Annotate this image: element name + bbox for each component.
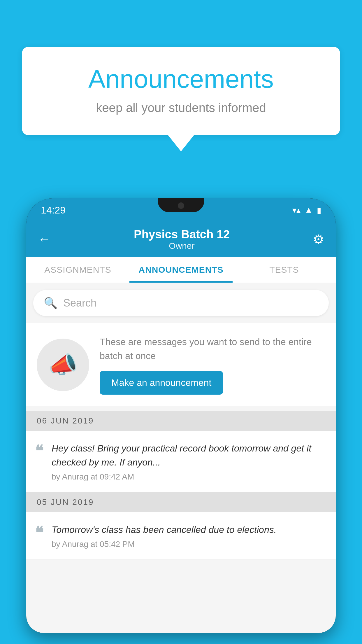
tab-announcements[interactable]: ANNOUNCEMENTS (129, 257, 233, 283)
tab-tests[interactable]: TESTS (233, 257, 336, 283)
search-placeholder: Search (63, 297, 96, 309)
phone-content: 🔍 Search 📣 These are messages you want t… (26, 283, 336, 633)
battery-icon: ▮ (317, 205, 321, 215)
announcement-message-2: Tomorrow's class has been cancelled due … (52, 523, 325, 537)
settings-icon[interactable]: ⚙ (313, 232, 324, 247)
status-icons: ▾▴ ▲ ▮ (292, 205, 321, 215)
promo-description: These are messages you want to send to t… (100, 335, 325, 363)
make-announcement-button[interactable]: Make an announcement (100, 371, 223, 395)
promo-right: These are messages you want to send to t… (100, 335, 325, 395)
announcement-promo-card: 📣 These are messages you want to send to… (26, 323, 336, 406)
announcement-text-1: Hey class! Bring your practical record b… (52, 441, 325, 482)
phone-mockup: 14:29 ▾▴ ▲ ▮ ← Physics Batch 12 Owner ⚙ … (26, 198, 336, 644)
signal-icon: ▲ (305, 205, 313, 215)
announcement-text-2: Tomorrow's class has been cancelled due … (52, 523, 325, 549)
app-header: ← Physics Batch 12 Owner ⚙ (26, 222, 336, 257)
date-section-header-1: 06 JUN 2019 (26, 411, 336, 431)
announcement-meta-1: by Anurag at 09:42 AM (52, 472, 325, 482)
megaphone-icon: 📣 (48, 351, 78, 379)
status-time: 14:29 (41, 204, 66, 216)
phone-frame: 14:29 ▾▴ ▲ ▮ ← Physics Batch 12 Owner ⚙ … (26, 198, 336, 633)
wifi-icon: ▾▴ (292, 205, 301, 215)
header-center: Physics Batch 12 Owner (134, 228, 230, 251)
speech-bubble-title: Announcements (45, 64, 317, 94)
quote-icon-1: ❝ (35, 443, 43, 459)
front-camera (178, 202, 184, 209)
tab-assignments[interactable]: ASSIGNMENTS (26, 257, 129, 283)
header-title: Physics Batch 12 (134, 228, 230, 241)
tab-bar: ASSIGNMENTS ANNOUNCEMENTS TESTS (26, 257, 336, 283)
phone-notch (158, 198, 204, 212)
announcement-message-1: Hey class! Bring your practical record b… (52, 441, 325, 469)
date-section-header-2: 05 JUN 2019 (26, 492, 336, 512)
speech-bubble: Announcements keep all your students inf… (22, 47, 340, 135)
speech-bubble-arrow (168, 135, 194, 151)
speech-bubble-subtitle: keep all your students informed (45, 101, 317, 115)
megaphone-circle: 📣 (37, 339, 89, 391)
quote-icon-2: ❝ (35, 524, 43, 540)
back-button[interactable]: ← (38, 232, 51, 246)
announcement-item-1[interactable]: ❝ Hey class! Bring your practical record… (26, 431, 336, 492)
search-bar[interactable]: 🔍 Search (33, 290, 329, 316)
speech-bubble-section: Announcements keep all your students inf… (22, 47, 340, 151)
search-icon: 🔍 (44, 297, 57, 309)
announcement-item-2[interactable]: ❝ Tomorrow's class has been cancelled du… (26, 512, 336, 560)
header-subtitle: Owner (134, 241, 230, 251)
announcement-meta-2: by Anurag at 05:42 PM (52, 540, 325, 549)
